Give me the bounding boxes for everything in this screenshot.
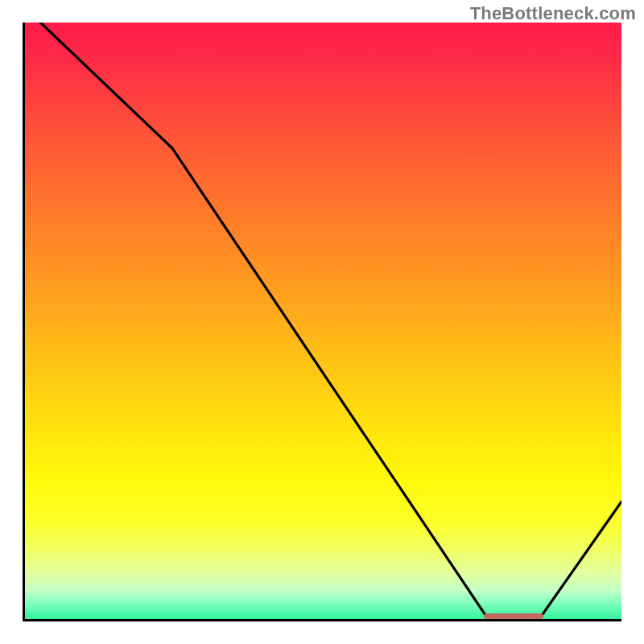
- chart-trough-marker: [484, 613, 543, 619]
- attribution-label: TheBottleneck.com: [470, 3, 636, 24]
- chart-line-path: [40, 23, 621, 621]
- chart-line: [23, 23, 621, 621]
- chart-plot-area: [23, 23, 621, 621]
